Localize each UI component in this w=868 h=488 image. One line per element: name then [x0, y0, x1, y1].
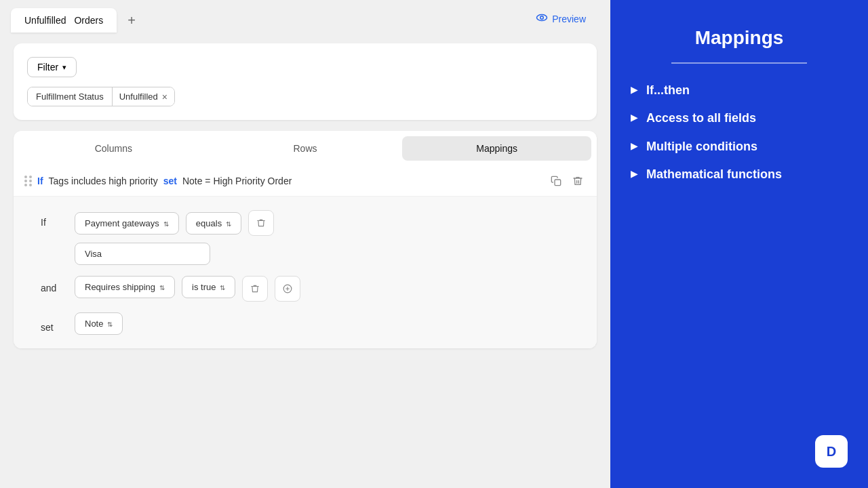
feature-list: ▶ If...then ▶ Access to all fields ▶ Mul…	[631, 83, 848, 183]
feature-access-label: Access to all fields	[646, 110, 756, 126]
filter-tag-text: Unfulfilled	[119, 92, 158, 102]
arrow-icon-4: ▶	[631, 168, 638, 179]
arrow-icon-3: ▶	[631, 140, 638, 151]
d-badge: D	[815, 435, 848, 468]
rule2-field-select[interactable]: Payment gateways ⇅	[75, 212, 179, 235]
tab-label-line1: Unfulfilled	[24, 15, 66, 26]
svg-point-0	[537, 15, 547, 21]
rule1-action: Note = High Priority Order	[182, 176, 292, 186]
chevron-updown-icon-3: ⇅	[159, 282, 165, 292]
tab-rows[interactable]: Rows	[211, 136, 400, 161]
rule1-set-label: set	[163, 176, 177, 186]
rule2-if-label: If	[41, 210, 68, 228]
rule2-operator-select[interactable]: equals ⇅	[186, 212, 241, 235]
filter-label: Filter	[37, 62, 58, 73]
rule2-field2-select[interactable]: Requires shipping ⇅	[75, 276, 175, 298]
mappings-tabs: Columns Rows Mappings	[14, 131, 597, 166]
feature-multiple-label: Multiple conditions	[646, 139, 757, 155]
rule2-condition2-delete[interactable]	[242, 276, 268, 302]
preview-button[interactable]: Preview	[536, 12, 586, 26]
arrow-icon-2: ▶	[631, 112, 638, 123]
svg-rect-2	[555, 180, 561, 186]
tab-columns[interactable]: Columns	[19, 136, 208, 161]
rule2-value-input[interactable]	[75, 243, 210, 265]
rule2-field3-label: Note	[85, 319, 103, 329]
rule2-operator2-select[interactable]: is true ⇅	[182, 276, 235, 298]
rule2-and-row: and Requires shipping ⇅ is true ⇅	[41, 276, 583, 302]
tab-unfulfilled-orders[interactable]: Unfulfilled Orders	[11, 8, 117, 33]
filter-tag-value: Unfulfilled ×	[113, 87, 174, 106]
chevron-updown-icon: ⇅	[163, 218, 169, 228]
rule2-value-row	[75, 243, 274, 265]
rule1-actions	[548, 173, 586, 189]
rule2-field-label: Payment gateways	[85, 218, 159, 228]
rule-row-1: If Tags includes high priority set Note …	[14, 166, 597, 197]
content-area: Filter ▾ Fulfillment Status Unfulfilled …	[0, 33, 610, 488]
feature-if-then-label: If...then	[646, 83, 690, 98]
chevron-down-icon: ▾	[62, 63, 66, 72]
rule2-set-label: set	[41, 315, 68, 333]
rule1-delete-button[interactable]	[570, 173, 586, 189]
feature-mathematical: ▶ Mathematical functions	[631, 167, 848, 182]
rule2-condition-row1: Payment gateways ⇅ equals ⇅	[75, 210, 274, 236]
rule2-field2-label: Requires shipping	[85, 282, 155, 292]
arrow-icon-1: ▶	[631, 84, 638, 95]
rule2-conditions: Payment gateways ⇅ equals ⇅	[75, 210, 274, 265]
filter-tags: Fulfillment Status Unfulfilled ×	[27, 87, 583, 106]
preview-label: Preview	[552, 14, 586, 24]
rule2-condition1-delete[interactable]	[248, 210, 274, 236]
feature-if-then: ▶ If...then	[631, 83, 848, 98]
svg-point-1	[540, 16, 544, 20]
rule1-if-label: If	[37, 176, 43, 186]
rule2-add-condition[interactable]	[275, 276, 300, 302]
filter-button[interactable]: Filter ▾	[27, 57, 77, 77]
rule2-field3-select[interactable]: Note ⇅	[75, 312, 123, 335]
rule2-operator2-label: is true	[192, 282, 216, 292]
tab-mappings[interactable]: Mappings	[402, 136, 591, 161]
rule2-operator-label: equals	[196, 218, 222, 228]
eye-icon	[536, 12, 548, 26]
feature-mathematical-label: Mathematical functions	[646, 167, 782, 182]
filter-remove-button[interactable]: ×	[162, 92, 167, 102]
tab-bar: Unfulfilled Orders + Preview	[0, 0, 610, 33]
rule1-condition: Tags includes high priority	[49, 176, 158, 186]
rule2-if-row: If Payment gateways ⇅ equals	[41, 210, 583, 265]
rule1-copy-button[interactable]	[548, 173, 564, 189]
rule-builder-2: If Payment gateways ⇅ equals	[14, 197, 597, 348]
right-sidebar: Mappings ▶ If...then ▶ Access to all fie…	[610, 0, 868, 488]
chevron-updown-icon-2: ⇅	[226, 218, 231, 228]
mappings-card: Columns Rows Mappings	[14, 131, 597, 348]
sidebar-divider	[671, 62, 807, 64]
filter-tag-group: Fulfillment Status Unfulfilled ×	[27, 87, 175, 106]
filter-card: Filter ▾ Fulfillment Status Unfulfilled …	[14, 43, 597, 120]
filter-tag-label: Fulfillment Status	[28, 87, 113, 106]
chevron-updown-icon-5: ⇅	[107, 319, 113, 329]
tab-label-line2: Orders	[74, 15, 103, 26]
feature-access: ▶ Access to all fields	[631, 110, 848, 126]
feature-multiple: ▶ Multiple conditions	[631, 139, 848, 155]
add-tab-button[interactable]: +	[122, 10, 141, 31]
rule2-and-label: and	[41, 276, 68, 293]
chevron-updown-icon-4: ⇅	[220, 282, 225, 292]
rule2-set-row: set Note ⇅	[41, 312, 583, 335]
sidebar-title: Mappings	[695, 27, 784, 49]
drag-handle-1[interactable]	[24, 176, 32, 186]
